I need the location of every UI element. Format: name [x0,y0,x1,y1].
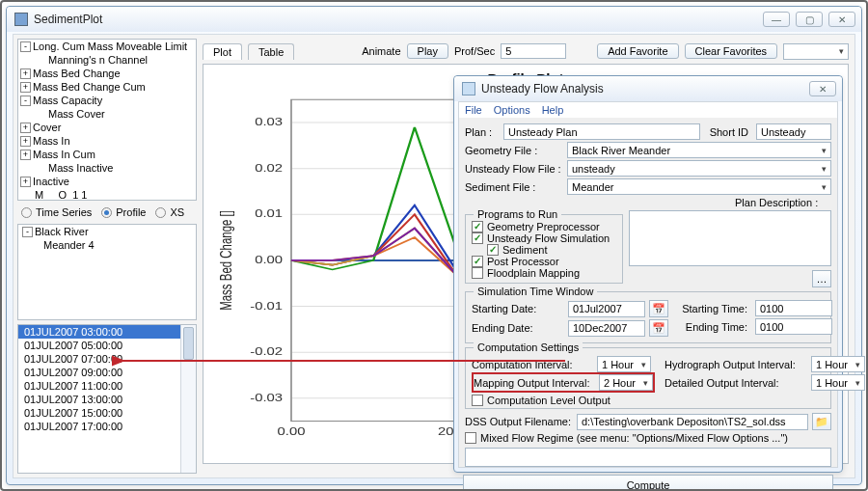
time-list-row[interactable]: 01JUL2007 15:00:00 [18,406,196,420]
chk-geometry-preprocessor[interactable]: Geometry Preprocessor [472,221,616,232]
tree-item[interactable]: Mass Cover [18,107,196,121]
clear-favorites-button[interactable]: Clear Favorites [685,43,778,59]
close-button[interactable]: ✕ [828,12,855,27]
plan-description-more-button[interactable]: … [812,270,831,287]
plan-field[interactable]: Unsteady Plan [503,123,700,140]
chk-mixed-flow[interactable]: Mixed Flow Regime (see menu: "Options/Mi… [465,432,831,444]
tree-collapse-icon[interactable]: - [22,227,33,237]
compint-combo[interactable]: 1 Hour▾ [597,356,651,372]
startdate-field[interactable]: 01Jul2007 [568,301,645,317]
scrollbar[interactable] [180,325,196,473]
tree-expand-icon[interactable]: + [20,136,31,147]
detailint-combo[interactable]: 1 Hour▾ [811,374,865,391]
window-title: SedimentPlot [34,13,757,26]
tree-item[interactable]: +Mass Bed Change Cum [18,80,196,94]
time-list-row[interactable]: 01JUL2007 09:00:00 [18,366,196,379]
variable-tree[interactable]: -Long. Cum Mass Moveable LimitManning's … [17,39,197,201]
time-list-row[interactable]: 01JUL2007 13:00:00 [18,393,196,406]
times-list[interactable]: 01JUL2007 03:00:0001JUL2007 05:00:0001JU… [17,324,197,474]
tree-item-label: Mass Bed Change [33,68,121,79]
menu-file[interactable]: File [465,104,482,116]
dss-filename-field[interactable]: d:\Testing\overbank Depositon\TS2_sol.ds… [577,414,808,430]
time-list-row[interactable]: 01JUL2007 11:00:00 [18,379,196,393]
tree-item[interactable]: +Inactive [18,175,196,188]
tree-item[interactable]: -Mass Capacity [18,94,196,107]
tree-item[interactable]: M__ O_1 1 [18,188,196,201]
tree-item[interactable]: +Mass In Cum [18,148,196,161]
radio-time-series[interactable]: Time Series [21,206,92,218]
reach-tree[interactable]: -Black River Meander 4 [17,224,197,320]
tab-plot[interactable]: Plot [203,43,242,60]
endtime-field[interactable]: 0100 [755,318,832,335]
tree-item-label: Mass Cover [48,108,105,120]
tab-table[interactable]: Table [248,43,294,60]
unsteady-flow-window: Unsteady Flow Analysis ✕ File Options He… [453,75,843,473]
reach-child[interactable]: Meander 4 [43,239,95,251]
favorites-combo[interactable]: ▾ [783,43,849,60]
tree-item[interactable]: Mass Inactive [18,161,196,175]
startdate-label: Starting Date: [472,303,564,314]
tree-item[interactable]: -Long. Cum Mass Moveable Limit [18,40,196,53]
svg-text:0.00: 0.00 [255,254,283,265]
geometry-combo[interactable]: Black River Meander▾ [567,142,831,158]
unsteadyfile-label: Unsteady Flow File : [465,163,563,175]
tree-expand-icon[interactable]: + [20,177,31,187]
menu-options[interactable]: Options [494,104,530,116]
shortid-label: Short ID [704,126,752,138]
radio-profile[interactable]: Profile [101,206,146,218]
scrollbar-thumb[interactable] [183,327,194,360]
shortid-field[interactable]: Unsteady [756,123,831,140]
tree-expand-icon[interactable]: + [20,82,31,93]
sedimentfile-combo[interactable]: Meander▾ [567,178,831,195]
time-list-row[interactable]: 01JUL2007 03:00:00 [18,325,196,339]
chk-floodplain[interactable]: Floodplain Mapping [472,267,616,279]
tree-item-label: Long. Cum Mass Moveable Limit [33,41,187,52]
tree-collapse-icon[interactable]: - [20,41,31,52]
tree-item[interactable]: +Mass In [18,134,196,148]
profsec-input[interactable]: 5 [501,43,566,59]
chk-sediment[interactable]: Sediment [487,244,616,256]
reach-root[interactable]: Black River [35,226,89,237]
maximize-button[interactable]: ▢ [796,12,823,27]
tree-item-label: Mass Bed Change Cum [33,81,146,93]
browse-file-icon[interactable]: 📁 [812,413,831,430]
chk-unsteady-sim[interactable]: Unsteady Flow Simulation [472,232,616,244]
sedimentfile-label: Sediment File : [465,181,563,193]
time-list-row[interactable]: 01JUL2007 17:00:00 [18,420,196,433]
tree-expand-icon[interactable]: + [20,150,31,160]
chevron-down-icon: ▾ [839,46,844,56]
tree-item[interactable]: +Cover [18,121,196,134]
svg-text:0.01: 0.01 [255,208,283,220]
chk-comp-level-output[interactable]: Computation Level Output [472,395,825,406]
chevron-down-icon: ▾ [822,146,827,155]
dialog-close-button[interactable]: ✕ [809,81,836,96]
tree-item[interactable]: Manning's n Channel [18,53,196,67]
unsteadyfile-combo[interactable]: unsteady▾ [567,160,831,177]
plan-description-text[interactable] [629,210,831,266]
tree-item-label: M__ O_1 1 [35,189,87,201]
menu-help[interactable]: Help [542,104,564,116]
tree-expand-icon[interactable]: + [20,123,31,133]
simwindow-group-label: Simulation Time Window [474,286,597,297]
time-list-row[interactable]: 01JUL2007 05:00:00 [18,339,196,352]
chk-post-processor[interactable]: Post Processor [472,256,616,267]
enddate-field[interactable]: 10Dec2007 [568,320,645,337]
calendar-icon[interactable]: 📅 [649,319,668,337]
tree-collapse-icon[interactable]: - [20,95,31,106]
calendar-icon[interactable]: 📅 [649,300,668,317]
play-button[interactable]: Play [407,43,448,59]
compute-button[interactable]: Compute [463,475,833,491]
hydroint-combo[interactable]: 1 Hour▾ [811,356,865,372]
radio-xs[interactable]: XS [155,206,184,218]
starttime-field[interactable]: 0100 [755,300,832,316]
mapint-combo[interactable]: 2 Hour▾ [599,374,653,391]
plandesc-label: Plan Description : [735,197,831,208]
time-list-row[interactable]: 01JUL2007 07:00:00 [18,352,196,366]
tree-item[interactable]: +Mass Bed Change [18,67,196,80]
tree-expand-icon[interactable]: + [20,68,31,79]
minimize-button[interactable]: — [763,12,790,27]
tree-item-label: Mass Capacity [33,95,102,106]
detailint-label: Detailed Output Interval: [665,377,807,389]
add-favorite-button[interactable]: Add Favorite [597,43,678,59]
view-mode-radios: Time Series Profile XS [17,205,197,220]
